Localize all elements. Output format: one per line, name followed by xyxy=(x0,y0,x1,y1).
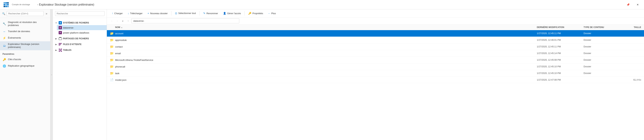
column-header-date[interactable]: DERNIÈRE MODIFICATION xyxy=(537,26,584,28)
expand-icon[interactable]: ▶ xyxy=(55,49,58,51)
column-header-size[interactable]: TAILLE xyxy=(620,26,641,28)
selectionner-tout-button[interactable]: ⊡ Sélectionner tout xyxy=(173,11,198,16)
file-type: Dossier xyxy=(584,39,620,41)
folder-icon: 📁 xyxy=(110,51,114,55)
section-label: TABLES xyxy=(63,49,72,51)
search-icon: 🔍 xyxy=(2,12,5,15)
window-title: - Explorateur Stockage (version prélimin… xyxy=(37,3,94,6)
sidebar-item-label: Explorateur Stockage (version préliminai… xyxy=(8,43,48,49)
collapse-button[interactable]: » xyxy=(45,12,48,16)
middle-panel: ▼ ⊞ SYSTÈMES DE FICHIERS D dataverse- P … xyxy=(53,9,107,140)
file-row[interactable]: 📁 account 1/27/2020, 12:45:11 PM Dossier xyxy=(107,30,644,37)
telecharger-label: Télécharger xyxy=(130,12,142,15)
column-header-name[interactable]: NOM ▲ xyxy=(115,26,537,28)
down-button[interactable]: ∨ xyxy=(120,19,125,23)
back-button[interactable]: ← xyxy=(110,19,114,23)
file-row[interactable]: 📁 phonecall 1/27/2020, 12:45:10 PM Dossi… xyxy=(107,63,644,70)
folder-icon: 📁 xyxy=(110,71,114,75)
row-icon: 📁 xyxy=(110,51,114,55)
sidebar-item-label: Événements xyxy=(8,36,21,39)
parametres-section-title: Paramètres xyxy=(0,50,50,56)
file-date: 1/27/2020, 12:45:08 PM xyxy=(537,59,584,61)
key-icon: 🔑 xyxy=(2,58,6,61)
sidebar-item-diagnostic[interactable]: 🔧 Diagnostic et résolution des problèmes xyxy=(0,19,50,28)
title-bar: Compte de stockage - Explorateur Stockag… xyxy=(0,0,644,9)
toolbar-separator-2 xyxy=(200,11,200,15)
toolbar-separator-1 xyxy=(171,11,172,15)
sidebar-item-label: Transfert de données xyxy=(8,30,30,33)
gerer-acces-button[interactable]: 👤 Gérer l'accès xyxy=(221,11,243,16)
charger-button[interactable]: ↑ Charger xyxy=(110,11,125,16)
file-row[interactable]: 📄 model.json 1/27/2020, 12:47:08 PM 61,4… xyxy=(107,77,644,83)
file-date: 1/27/2020, 12:47:08 PM xyxy=(537,79,584,81)
file-rows-container: 📁 account 1/27/2020, 12:45:11 PM Dossier… xyxy=(107,30,644,83)
file-name: contact xyxy=(115,45,537,48)
file-name: Microsoft.Athena.TrickleFeedService xyxy=(115,59,537,61)
filesystem-section-icon: ⊞ xyxy=(59,21,62,24)
section-label: FILES D'ATTENTE xyxy=(63,43,82,46)
proprietes-button[interactable]: 🔑 Propriétés xyxy=(246,11,265,16)
tree-item-power-platform[interactable]: P power-platform-dataflows xyxy=(57,30,107,35)
right-panel: ↑ Charger ↓ Télécharger + Nouveau dossie… xyxy=(107,9,644,140)
gerer-acces-label: Gérer l'accès xyxy=(227,12,241,15)
expand-icon[interactable]: ▶ xyxy=(55,37,58,40)
nouveau-dossier-button[interactable]: + Nouveau dossier xyxy=(145,11,170,16)
file-row[interactable]: 📁 email 1/27/2020, 12:45:14 PM Dossier xyxy=(107,50,644,57)
wrench-icon: 🔧 xyxy=(2,22,6,26)
power-platform-icon: P xyxy=(59,31,62,34)
close-button[interactable]: ✕ xyxy=(634,2,642,7)
search-input[interactable] xyxy=(7,11,44,16)
window-controls: 📌 ✕ xyxy=(624,2,642,7)
file-type: Dossier xyxy=(584,32,620,35)
table-section-icon xyxy=(59,48,62,52)
file-date: 1/27/2020, 12:46:01 PM xyxy=(537,39,584,41)
sidebar-collapse-handle[interactable]: ‹ xyxy=(50,9,53,140)
file-row[interactable]: 📁 appmodule 1/27/2020, 12:46:01 PM Dossi… xyxy=(107,37,644,43)
properties-icon: 🔑 xyxy=(248,12,251,15)
tree-section-tables: ▶ TABLES xyxy=(53,47,107,52)
toolbar: ↑ Charger ↓ Télécharger + Nouveau dossie… xyxy=(107,9,644,17)
renommer-button[interactable]: ✎ Renommer xyxy=(201,11,220,16)
file-date: 1/27/2020, 12:45:14 PM xyxy=(537,52,584,55)
plus-button[interactable]: ··· Plus xyxy=(266,11,278,16)
nouveau-dossier-label: Nouveau dossier xyxy=(150,12,168,15)
expand-icon[interactable]: ▼ xyxy=(55,21,58,24)
file-row[interactable]: 📁 task 1/27/2020, 12:45:10 PM Dossier xyxy=(107,70,644,77)
sidebar-item-replication[interactable]: 🌐 Réplication géographique xyxy=(0,63,50,69)
folder-icon: 📁 xyxy=(110,32,114,35)
middle-search-input[interactable] xyxy=(55,11,104,16)
file-name: email xyxy=(115,52,537,55)
file-type: Dossier xyxy=(584,45,620,48)
file-name: account xyxy=(115,32,537,35)
file-name: appmodule xyxy=(115,39,537,41)
download-icon: ↓ xyxy=(128,12,129,15)
tree-item-label: power-platform-dataflows xyxy=(63,31,89,34)
telecharger-button[interactable]: ↓ Télécharger xyxy=(126,11,145,16)
file-row[interactable]: 📁 contact 1/27/2020, 12:45:11 PM Dossier xyxy=(107,43,644,50)
pin-button[interactable]: 📌 xyxy=(624,2,632,7)
middle-search-area xyxy=(53,9,107,18)
folder-icon: 📁 xyxy=(110,65,114,69)
expand-icon[interactable]: ▶ xyxy=(55,43,58,46)
forward-button[interactable]: → xyxy=(115,19,120,23)
address-input[interactable] xyxy=(131,18,239,23)
up-button[interactable]: ↑ xyxy=(126,19,130,23)
sidebar-item-cles[interactable]: 🔑 Clés d'accès xyxy=(0,56,50,63)
file-row[interactable]: 📁 Microsoft.Athena.TrickleFeedService 1/… xyxy=(107,57,644,63)
file-name: model.json xyxy=(115,79,537,81)
file-name: task xyxy=(115,72,537,75)
explorer-icon: 🗂 xyxy=(2,44,6,48)
charger-label: Charger xyxy=(114,12,123,15)
dataverse-icon: D xyxy=(59,26,62,29)
sidebar-item-evenements[interactable]: ⚡ Événements xyxy=(0,35,50,41)
sidebar-item-transfert[interactable]: ↔ Transfert de données xyxy=(0,28,50,35)
plus-label: Plus xyxy=(271,12,276,15)
row-icon: 📁 xyxy=(110,31,114,35)
column-header-type[interactable]: TYPE DE CONTENU xyxy=(584,26,620,28)
sidebar-item-explorateur[interactable]: 🗂 Explorateur Stockage (version prélimin… xyxy=(0,41,50,50)
sidebar-item-label: Diagnostic et résolution des problèmes xyxy=(8,21,48,27)
more-icon: ··· xyxy=(268,12,270,15)
tree-item-dataverse[interactable]: D dataverse- xyxy=(57,25,107,30)
selectionner-tout-label: Sélectionner tout xyxy=(178,12,196,15)
row-icon: 📄 xyxy=(110,78,114,82)
